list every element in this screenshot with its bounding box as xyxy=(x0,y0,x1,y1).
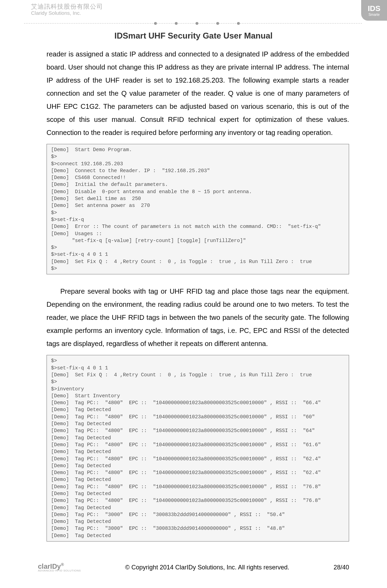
footer-logo-text: clarIDy xyxy=(38,562,61,570)
paragraph-1: reader is assigned a static IP address a… xyxy=(47,48,349,139)
footer-logo: clarIDy® ADVANCED RFID SOLUTIONS xyxy=(38,563,81,573)
footer-copyright: © Copyright 2014 ClarIDy Solutions, Inc.… xyxy=(81,564,334,571)
footer-page-number: 28/40 xyxy=(334,564,349,571)
page-footer: clarIDy® ADVANCED RFID SOLUTIONS © Copyr… xyxy=(38,557,349,578)
footer-logo-tagline: ADVANCED RFID SOLUTIONS xyxy=(38,569,81,572)
page-header: 艾迪訊科技股份有限公司 Claridy Solutions, Inc. xyxy=(31,3,387,16)
svg-point-5 xyxy=(237,22,240,25)
svg-point-2 xyxy=(175,22,177,25)
svg-point-1 xyxy=(154,22,157,25)
company-name-cn: 艾迪訊科技股份有限公司 xyxy=(31,3,387,10)
svg-point-4 xyxy=(216,22,219,25)
paragraph-2: Prepare several books with tag or UHF RF… xyxy=(47,285,349,350)
header-separator xyxy=(24,21,363,26)
company-name-en: Claridy Solutions, Inc. xyxy=(31,10,387,16)
document-title: IDSmart UHF Security Gate User Manual xyxy=(38,31,349,41)
footer-logo-reg: ® xyxy=(61,562,64,567)
svg-point-3 xyxy=(196,22,198,25)
code-block-1: [Demo] Start Demo Program. $> $>connect … xyxy=(47,144,349,274)
brand-badge-sub: Smarte xyxy=(368,13,379,17)
brand-badge: IDS Smarte xyxy=(361,0,387,21)
brand-badge-main: IDS xyxy=(368,4,380,13)
code-block-2: $> $>set-fix-q 4 0 1 1 [Demo] Set Fix Q … xyxy=(47,355,349,542)
